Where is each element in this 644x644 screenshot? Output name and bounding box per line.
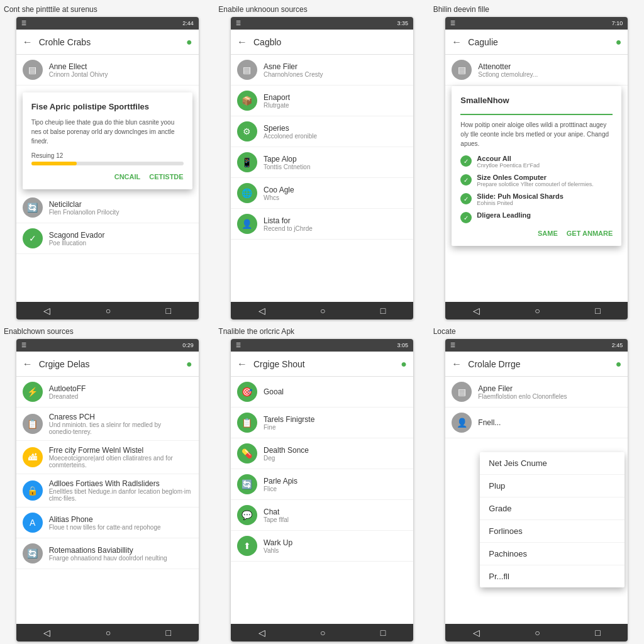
nav-recent[interactable]: □: [165, 628, 170, 638]
cell-2-back-arrow[interactable]: ←: [237, 36, 247, 48]
nav-home[interactable]: ○: [535, 306, 540, 316]
cell-2-status-time: 3:35: [397, 20, 408, 26]
item-icon: 👤: [237, 214, 257, 234]
nav-home[interactable]: ○: [535, 628, 540, 638]
check-item-3: ✓ Slide: Puh Mosical Shards Eohinis Pnit…: [460, 192, 613, 206]
check-text: Accour All Cnrytloe Poentica Er'Fad: [477, 155, 540, 169]
item-text: Anne Ellect Crinorn Jontal Ohivry: [49, 62, 192, 78]
get-anmare-button[interactable]: GET ANMARE: [567, 230, 613, 237]
item-title: Anne Ellect: [49, 62, 192, 71]
item-title: Tape Alop: [264, 155, 407, 164]
list-item: ⚡ AutloetoFF Dreanated: [16, 377, 199, 408]
nav-back[interactable]: ◁: [473, 306, 480, 316]
item-icon: ▤: [23, 60, 43, 80]
cell-1-status-time: 2:44: [182, 20, 194, 26]
item-title: Alitias Phone: [49, 515, 192, 524]
cell-3-back-arrow[interactable]: ←: [452, 36, 462, 48]
nav-back[interactable]: ◁: [258, 306, 265, 316]
item-sub: Dreanated: [49, 393, 192, 400]
cell-6-content: ▤ Apne Filer Flaemflolstion enlo Clononf…: [445, 377, 628, 624]
same-button[interactable]: SAME: [538, 230, 558, 237]
dropdown-menu: Net Jeis Cnume Plup Grade Forlinoes Pach…: [480, 452, 625, 587]
item-title: Fnell...: [478, 418, 621, 427]
item-icon: 📋: [237, 413, 257, 433]
cell-5-status-bar: ☰ 3:05: [231, 339, 413, 352]
item-icon: 🎯: [237, 382, 257, 402]
nav-back[interactable]: ◁: [43, 628, 50, 638]
nav-recent[interactable]: □: [380, 306, 386, 316]
chat-sub: Tape flfal: [264, 516, 407, 523]
cell-4-top-bar: ← Crgige Delas ●: [16, 352, 199, 377]
cell-6-top-title: Crolale Drrge: [468, 359, 615, 369]
cell-1-back-arrow[interactable]: ←: [23, 36, 33, 48]
cell-3-action-icon[interactable]: ●: [616, 36, 622, 48]
cell-3-dialog: SmalleNhow How poitip oneir aloige olles…: [452, 86, 621, 246]
item-text: Fnell...: [478, 418, 621, 427]
item-sub: Charnoh/ones Cresty: [264, 71, 407, 78]
item-text: AutloetoFF Dreanated: [49, 384, 192, 400]
item-text: Rotemaations Baviabillity Fnarge ohnaati…: [49, 546, 192, 562]
check-title: Dligera Leadling: [477, 211, 531, 219]
nav-home[interactable]: ○: [320, 306, 325, 316]
nav-back[interactable]: ◁: [473, 628, 480, 638]
cell-4-action-icon[interactable]: ●: [186, 358, 192, 370]
check-icon: ✓: [460, 155, 472, 167]
item-title: Dealth Sonce: [264, 446, 407, 455]
cell-1-action-icon[interactable]: ●: [186, 36, 192, 48]
dropdown-item-1[interactable]: Net Jeis Cnume: [480, 452, 625, 475]
item-text: Gooal: [264, 387, 407, 396]
nav-recent[interactable]: □: [380, 628, 386, 638]
cell-6-status-bar: ☰ 2:45: [445, 339, 628, 352]
nav-recent[interactable]: □: [595, 306, 600, 316]
item-sub: Accoloned eronible: [264, 133, 407, 140]
item-text: Adlloes Fortiaes With Radlsliders Enellt…: [49, 479, 192, 502]
cell-5-title: Tnalible the orlcric Apk: [218, 327, 294, 336]
list-item: 🔒 Adlloes Fortiaes With Radlsliders Enel…: [16, 474, 199, 508]
cell-4-phone: ☰ 0:29 ← Crgige Delas ● ⚡ AutloetoFF Dre…: [16, 339, 199, 641]
check-sub: Cnrytloe Poentica Er'Fad: [477, 162, 540, 169]
list-item: ▤ Attenotter Sctlong ctemolulrey...: [445, 55, 628, 86]
item-title: Attenotter: [478, 62, 621, 71]
cell-5-status-time: 3:05: [397, 342, 408, 348]
item-icon: 🔄: [23, 197, 43, 218]
cell-5-action-icon[interactable]: ●: [401, 358, 407, 370]
dropdown-item-3[interactable]: Grade: [480, 497, 625, 520]
item-text: Asne Filer Charnoh/ones Cresty: [264, 62, 407, 78]
dropdown-item-5[interactable]: Pachinoes: [480, 543, 625, 565]
cell-6-action-icon[interactable]: ●: [616, 358, 622, 370]
list-item: ✓ Scagond Evador Poe lllucation: [16, 223, 199, 254]
list-item: 📱 Tape Alop Tonttis Cntnetion: [231, 147, 413, 178]
cell-4: Enablchown sources ☰ 0:29 ← Crgige Delas…: [0, 322, 214, 644]
dropdown-item-4[interactable]: Forlinoes: [480, 520, 625, 543]
nav-home[interactable]: ○: [106, 628, 111, 638]
nav-back[interactable]: ◁: [43, 306, 50, 316]
item-sub: Flaemflolstion enlo Clononfleles: [478, 393, 621, 400]
item-title: Tarels Finigrste: [264, 415, 407, 424]
nav-home[interactable]: ○: [320, 628, 325, 638]
item-icon: ✓: [23, 228, 43, 248]
nav-recent[interactable]: □: [595, 628, 600, 638]
list-item: 📋 Cnaress PCH Und nminiotn. ties a slein…: [16, 408, 199, 441]
cell-4-status-bar: ☰ 0:29: [16, 339, 199, 352]
cancel-button[interactable]: CNCAIL: [114, 173, 141, 180]
dropdown-item-2[interactable]: Plup: [480, 475, 625, 497]
item-title: Cnaress PCH: [49, 413, 192, 421]
item-sub: Floue t now tilles for catte·and repohog…: [49, 524, 192, 531]
nav-back[interactable]: ◁: [258, 628, 265, 638]
item-text: Parle Apis Flice: [264, 477, 407, 492]
list-item: ⬆ Wark Up Vahls: [231, 531, 413, 562]
check-text: Slide: Puh Mosical Shards Eohinis Pnited: [477, 192, 564, 206]
nav-home[interactable]: ○: [106, 306, 111, 316]
item-title: Neticilclar: [49, 200, 192, 209]
item-title: Apne Filer: [478, 384, 621, 393]
nav-recent[interactable]: □: [165, 306, 170, 316]
cell-5-back-arrow[interactable]: ←: [237, 358, 247, 370]
item-icon: 🏙: [23, 447, 43, 467]
confirm-button[interactable]: CETISTDE: [149, 173, 183, 180]
cell-4-back-arrow[interactable]: ←: [23, 358, 33, 370]
cell-6-back-arrow[interactable]: ←: [452, 358, 462, 370]
dropdown-item-6[interactable]: Pr...fll: [480, 565, 625, 587]
item-text: Wark Up Vahls: [264, 538, 407, 554]
item-icon: ⚙: [237, 121, 257, 142]
check-sub: Eohinis Pnited: [477, 200, 564, 206]
